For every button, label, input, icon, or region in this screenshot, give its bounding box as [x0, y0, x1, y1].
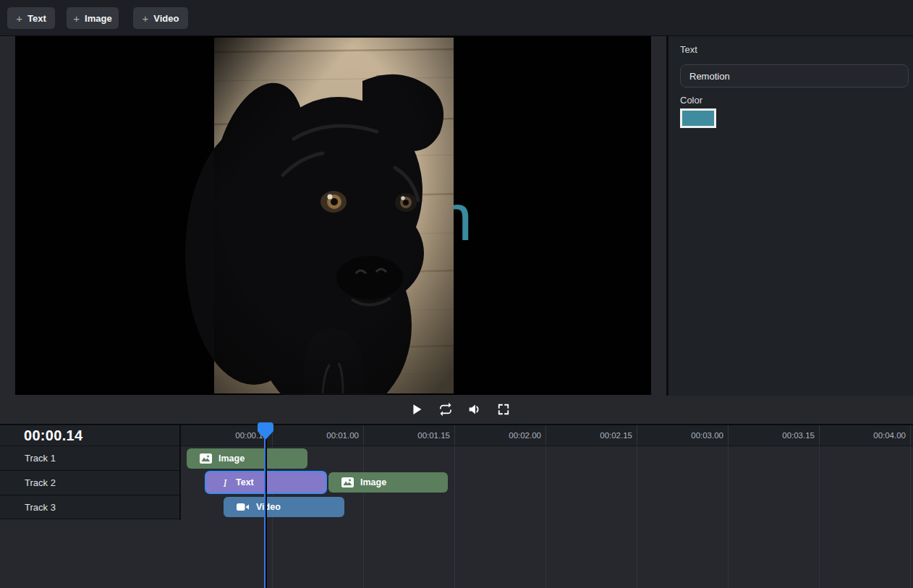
track-header-2: Track 2: [0, 471, 180, 495]
loop-icon: [438, 402, 453, 417]
image-clip-icon: [341, 477, 354, 487]
add-video-button[interactable]: + Video: [133, 7, 188, 29]
ruler-gridline: [910, 425, 911, 588]
current-timecode: 00:00.14: [0, 425, 180, 446]
track-label: Track 2: [0, 471, 180, 495]
svg-text:I: I: [223, 477, 228, 488]
preview-panel: Remotion: [0, 36, 667, 396]
ruler-gridline: [637, 425, 637, 588]
add-image-button[interactable]: + Image: [67, 7, 119, 29]
add-video-label: Video: [153, 13, 179, 24]
track-label: Track 1: [0, 446, 180, 470]
ruler-gridline: [728, 425, 729, 588]
add-text-label: Text: [27, 13, 46, 24]
ruler-tick-label: 00:01.15: [382, 425, 450, 446]
loop-button[interactable]: [436, 399, 456, 419]
video-frame: Remotion: [15, 36, 651, 395]
video-clip-icon: [237, 502, 250, 512]
track-separator: [0, 519, 180, 519]
volume-button[interactable]: [464, 399, 485, 419]
dog-photo: [185, 38, 454, 395]
track-header-3: Track 3: [0, 495, 180, 519]
video-clip[interactable]: Video: [224, 497, 344, 517]
plus-icon: +: [73, 12, 80, 25]
ruler-tick-label: 00:02.15: [564, 425, 632, 446]
add-text-button[interactable]: + Text: [7, 7, 55, 29]
image-clip[interactable]: Image: [328, 472, 448, 493]
toolbar: + Text + Image + Video: [0, 0, 913, 36]
ruler-tick-label: 00:04.00: [838, 425, 906, 446]
clip-label: Image: [360, 477, 386, 487]
ruler-tick-label: 00:02.00: [473, 425, 541, 446]
clip-label: Image: [218, 453, 245, 464]
playhead-handle[interactable]: [258, 422, 273, 440]
ruler-gridline: [545, 425, 546, 588]
color-swatch[interactable]: [680, 108, 716, 128]
properties-sidebar: Text Color: [668, 36, 913, 396]
color-field-label: Color: [680, 95, 702, 106]
text-field-label: Text: [680, 44, 697, 55]
add-image-label: Image: [85, 13, 112, 24]
ruler-tick-label: 00:03.15: [747, 425, 815, 446]
track-header-1: Track 1: [0, 446, 180, 470]
fullscreen-button[interactable]: [493, 399, 514, 419]
ruler-tick-label: 00:01.00: [291, 425, 359, 446]
volume-icon: [467, 401, 483, 417]
ruler-gridline: [363, 425, 364, 588]
clip-label: Video: [256, 502, 281, 512]
track-label: Track 3: [0, 495, 180, 519]
ruler-tick-label: 00:03.00: [655, 425, 723, 446]
text-clip-icon: I: [221, 477, 229, 489]
timeline[interactable]: 00:00.1500:01.0000:01.1500:02.0000:02.15…: [0, 424, 913, 588]
play-button[interactable]: [407, 399, 427, 419]
clip-label: Text: [236, 477, 254, 487]
plus-icon: +: [143, 12, 149, 25]
play-icon: [409, 401, 425, 417]
text-input[interactable]: [680, 64, 909, 88]
ruler-gridline: [454, 425, 455, 588]
preview-canvas[interactable]: Remotion: [15, 36, 651, 395]
image-clip[interactable]: Image: [187, 448, 307, 469]
image-clip-icon: [200, 453, 212, 464]
playhead-line-shadow: [266, 425, 267, 588]
plus-icon: +: [16, 12, 22, 25]
fullscreen-icon: [496, 402, 511, 417]
track-panel-border: [179, 425, 181, 520]
ruler-gridline: [819, 425, 820, 588]
playback-bar: [0, 396, 913, 424]
